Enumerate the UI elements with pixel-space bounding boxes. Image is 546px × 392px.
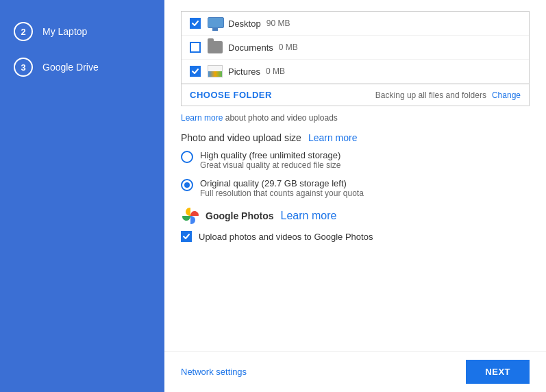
uploads-learn-more-link[interactable]: Learn more: [181, 113, 223, 123]
radio-label-original-quality: Original quality (29.7 GB storage left): [200, 178, 364, 188]
radio-text-high-quality: High quality (free unlimited storage) Gr…: [200, 150, 340, 170]
checkbox-documents[interactable]: [190, 42, 201, 53]
sidebar: 2 My Laptop 3 Google Drive: [0, 0, 164, 392]
file-row-desktop: Desktop 90 MB: [182, 12, 529, 36]
change-link[interactable]: Change: [492, 90, 521, 100]
file-size-desktop: 90 MB: [266, 19, 290, 28]
google-photos-label: Google Photos: [206, 210, 274, 221]
folder-icon: [208, 41, 223, 53]
choose-folder-button[interactable]: CHOOSE FOLDER: [190, 90, 272, 100]
radio-desc-high-quality: Great visual quality at reduced file siz…: [200, 160, 340, 170]
radio-desc-original-quality: Full resolution that counts against your…: [200, 188, 364, 198]
google-photos-icon: [181, 206, 200, 225]
radio-option-original-quality[interactable]: Original quality (29.7 GB storage left) …: [181, 178, 530, 198]
photo-size-learn-more[interactable]: Learn more: [308, 132, 358, 143]
uploads-learn-more-suffix: about photo and video uploads: [223, 113, 337, 123]
footer: Network settings NEXT: [164, 351, 546, 392]
sidebar-item-google-drive[interactable]: 3 Google Drive: [0, 49, 164, 85]
main-content: Desktop 90 MB Documents 0 MB Pictures 0 …: [164, 0, 546, 392]
sidebar-item-my-laptop[interactable]: 2 My Laptop: [0, 14, 164, 49]
sidebar-item-label-my-laptop: My Laptop: [42, 26, 87, 37]
upload-checkbox[interactable]: [181, 231, 192, 242]
google-photos-learn-more[interactable]: Learn more: [281, 210, 337, 222]
checkbox-desktop[interactable]: [190, 18, 201, 29]
file-size-documents: 0 MB: [279, 42, 298, 52]
upload-checkbox-row: Upload photos and videos to Google Photo…: [181, 231, 530, 242]
file-size-pictures: 0 MB: [266, 66, 285, 76]
file-name-pictures: Pictures: [228, 66, 260, 77]
file-name-documents: Documents: [228, 42, 273, 53]
sidebar-item-label-google-drive: Google Drive: [42, 62, 99, 73]
file-name-desktop: Desktop: [228, 19, 261, 29]
uploads-learn-more-row: Learn more about photo and video uploads: [181, 113, 530, 123]
backup-info-text: Backing up all files and folders: [375, 90, 486, 100]
file-row-pictures: Pictures 0 MB: [182, 60, 529, 84]
step-circle-3: 3: [14, 58, 33, 77]
upload-label: Upload photos and videos to Google Photo…: [199, 232, 373, 242]
file-row-documents: Documents 0 MB: [182, 36, 529, 60]
google-photos-section: Google Photos Learn more: [181, 206, 530, 225]
desktop-icon: [208, 17, 223, 29]
step-circle-2: 2: [14, 22, 33, 41]
checkbox-pictures[interactable]: [190, 66, 201, 77]
backup-info: Backing up all files and folders Change: [375, 90, 521, 100]
next-button[interactable]: NEXT: [466, 360, 530, 384]
radio-option-high-quality[interactable]: High quality (free unlimited storage) Gr…: [181, 150, 530, 170]
folder-bar: CHOOSE FOLDER Backing up all files and f…: [182, 84, 529, 106]
radio-text-original-quality: Original quality (29.7 GB storage left) …: [200, 178, 364, 198]
radio-circle-high-quality[interactable]: [181, 151, 193, 163]
network-settings-link[interactable]: Network settings: [181, 367, 247, 377]
file-list-box: Desktop 90 MB Documents 0 MB Pictures 0 …: [181, 11, 530, 106]
pictures-icon: [208, 65, 223, 77]
photo-size-title-text: Photo and video upload size: [181, 132, 301, 143]
radio-label-high-quality: High quality (free unlimited storage): [200, 150, 340, 160]
radio-circle-original-quality[interactable]: [181, 179, 193, 191]
photo-size-section-title: Photo and video upload size Learn more: [181, 132, 530, 143]
content-area: Desktop 90 MB Documents 0 MB Pictures 0 …: [164, 0, 546, 351]
